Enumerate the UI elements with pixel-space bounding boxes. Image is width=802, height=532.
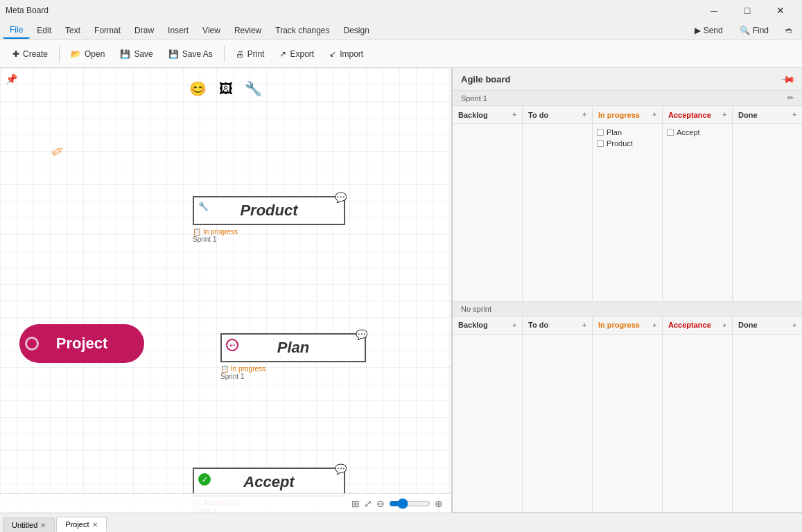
canvas[interactable]: ✏ 😊 🖼 🔧 [0, 68, 452, 513]
sprint1-col-acceptance: Acceptance + Accept [663, 106, 733, 301]
plan-status: 📋 In progress [220, 365, 366, 373]
product-node[interactable]: 💬 🔧 Product 📋 In progress Sprint 1 [193, 196, 345, 243]
export-icon: ↗ [279, 49, 286, 59]
save-button[interactable]: 💾 Save [113, 46, 159, 62]
save-as-button[interactable]: 💾 Save As [162, 46, 220, 62]
maximize-button[interactable]: □ [731, 0, 763, 21]
expand-icon: ➬ [785, 26, 792, 35]
tab-untitled-close[interactable]: ✕ [40, 522, 46, 529]
open-icon: 📂 [71, 49, 81, 59]
project-label: Project [56, 335, 108, 353]
nosprint-done-body[interactable] [733, 335, 802, 513]
menu-track-changes[interactable]: Track changes [268, 23, 336, 38]
ns-acceptance-add-icon[interactable]: + [722, 321, 726, 329]
emoji-icon[interactable]: 😊 [186, 76, 211, 101]
sprint1-edit-icon[interactable]: ✏ [787, 94, 794, 103]
sprint1-acceptance-body[interactable]: Accept [663, 124, 732, 301]
image-icon[interactable]: 🖼 [213, 76, 238, 101]
nosprint-inprogress-body[interactable] [593, 335, 662, 513]
app-title-area: Meta Board [6, 6, 49, 15]
window-controls: — □ ✕ [698, 0, 796, 21]
export-button[interactable]: ↗ Export [272, 46, 321, 62]
project-pill[interactable]: Project [19, 324, 144, 363]
menu-draw[interactable]: Draw [128, 23, 161, 38]
plan-card-icon: ↩ [226, 339, 238, 351]
find-button[interactable]: 🔍 Find [733, 24, 776, 37]
zoom-in-button[interactable]: ⊕ [435, 498, 443, 509]
nosprint-col-acceptance: Acceptance + [663, 317, 733, 513]
project-node[interactable]: Project [19, 324, 144, 363]
sprint1-todo-body[interactable] [523, 124, 592, 301]
expand-button[interactable]: ➬ [778, 24, 799, 37]
import-button[interactable]: ↙ Import [322, 46, 370, 62]
menu-file[interactable]: File [3, 22, 30, 39]
acceptance-add-icon[interactable]: + [722, 111, 726, 118]
create-button[interactable]: ✚ Create [6, 46, 55, 62]
menu-view[interactable]: View [195, 23, 227, 38]
menu-format[interactable]: Format [87, 23, 128, 38]
sprint1-backlog-body[interactable] [453, 124, 522, 301]
minimize-button[interactable]: — [698, 0, 730, 21]
toolbar: ✚ Create 📂 Open 💾 Save 💾 Save As 🖨 Print… [0, 40, 802, 68]
zoom-slider[interactable] [389, 498, 430, 509]
ns-inprogress-add-icon[interactable]: + [652, 321, 656, 329]
zoom-out-button[interactable]: ⊖ [376, 498, 385, 509]
sprint1-inprogress-item-product[interactable]: Product [597, 138, 658, 149]
sprint1-done-body[interactable] [733, 124, 802, 301]
sprint1-acceptance-item-accept[interactable]: Accept [667, 127, 728, 138]
zoom-slider-container [389, 498, 430, 509]
accept-checkbox[interactable] [667, 129, 674, 136]
ns-todo-add-icon[interactable]: + [582, 321, 586, 329]
nosprint-label: No sprint [453, 302, 802, 317]
plan-sprint: Sprint 1 [220, 373, 366, 380]
product-sprint: Sprint 1 [193, 236, 345, 243]
sprint1-inprogress-body[interactable]: Plan Product [593, 124, 662, 301]
product-card[interactable]: 💬 🔧 Product [193, 196, 345, 225]
inprogress-add-icon[interactable]: + [652, 111, 656, 118]
menu-review[interactable]: Review [227, 23, 268, 38]
ns-done-add-icon[interactable]: + [792, 321, 796, 329]
menu-insert[interactable]: Insert [161, 23, 195, 38]
tools-icon[interactable]: 🔧 [241, 76, 266, 101]
nosprint-backlog-body[interactable] [453, 335, 522, 513]
agile-pin-icon[interactable]: 📌 [780, 71, 796, 87]
product-checkbox[interactable] [597, 140, 604, 147]
nosprint-col-inprogress: In progress + [593, 317, 663, 513]
open-button[interactable]: 📂 Open [64, 46, 112, 62]
canvas-bottom-toolbar: ⊞ ⤢ ⊖ ⊕ [0, 493, 451, 513]
accept-card[interactable]: 💬 ✓ Accept [193, 468, 345, 497]
titlebar: Meta Board — □ ✕ [0, 0, 802, 21]
sprint1-backlog-header: Backlog + [453, 106, 522, 124]
backlog-add-icon[interactable]: + [512, 111, 516, 118]
todo-add-icon[interactable]: + [582, 111, 586, 118]
nosprint-acceptance-body[interactable] [663, 335, 732, 513]
product-comment-bubble: 💬 [335, 192, 347, 203]
nosprint-todo-body[interactable] [523, 335, 592, 513]
plan-title: Plan [233, 339, 354, 357]
plan-card[interactable]: 💬 ↩ Plan [220, 333, 366, 362]
fit-view-button[interactable]: ⊞ [351, 498, 360, 509]
plan-checkbox[interactable] [597, 129, 604, 136]
send-icon: ▶ [695, 26, 701, 35]
done-add-icon[interactable]: + [792, 111, 796, 118]
send-button[interactable]: ▶ Send [688, 24, 730, 37]
plan-node[interactable]: 💬 ↩ Plan 📋 In progress Sprint 1 [220, 333, 366, 380]
project-left-dot [25, 337, 39, 351]
tab-untitled[interactable]: Untitled ✕ [3, 517, 55, 532]
ns-backlog-add-icon[interactable]: + [512, 321, 516, 329]
tab-project[interactable]: Project ✕ [56, 517, 106, 532]
save-as-icon: 💾 [168, 49, 179, 59]
menu-design[interactable]: Design [337, 23, 376, 38]
close-button[interactable]: ✕ [765, 0, 796, 21]
tab-project-close[interactable]: ✕ [92, 521, 98, 529]
menu-edit[interactable]: Edit [30, 23, 58, 38]
plan-comment-bubble: 💬 [356, 329, 367, 340]
sprint1-inprogress-item-plan[interactable]: Plan [597, 127, 658, 138]
pin-icon[interactable]: 📌 [6, 73, 17, 85]
accept-title: Accept [205, 473, 333, 491]
expand-view-button[interactable]: ⤢ [364, 498, 372, 509]
nosprint-todo-header: To do + [523, 317, 592, 335]
menu-text[interactable]: Text [58, 23, 87, 38]
print-button[interactable]: 🖨 Print [229, 46, 272, 62]
sprint1-kanban: Backlog + To do + In progress [453, 106, 802, 302]
